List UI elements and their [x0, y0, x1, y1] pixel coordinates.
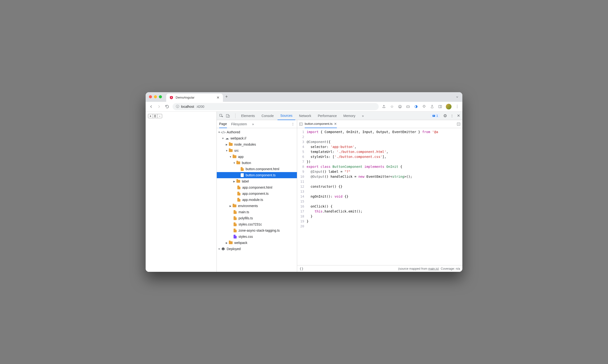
bookmark-icon[interactable]: ☆: [389, 104, 394, 109]
tabs-overflow-button[interactable]: [455, 95, 459, 99]
new-tab-button[interactable]: +: [225, 94, 228, 99]
tree-label-folder[interactable]: ▶label: [217, 178, 297, 184]
close-tab-button[interactable]: ✕: [217, 95, 220, 100]
tab-sources[interactable]: Sources: [278, 112, 295, 120]
editor-statusbar: {} (source mapped from main.js) Coverage…: [297, 265, 462, 272]
extensions-button[interactable]: [422, 104, 427, 109]
close-file-tab-icon[interactable]: ✕: [334, 122, 337, 126]
url-host: localhost: [181, 105, 194, 108]
folder-icon: [236, 179, 240, 183]
file-icon: [233, 210, 237, 214]
maximize-window-button[interactable]: [159, 95, 162, 98]
tree-main-ts[interactable]: main.ts: [217, 209, 297, 215]
tree-app-html[interactable]: app.component.html: [217, 184, 297, 191]
devtools-menu-icon[interactable]: ⋮: [450, 114, 454, 118]
browser-tab[interactable]: DemoAngular ✕: [166, 94, 223, 102]
file-icon: [233, 216, 237, 220]
status-text: (source mapped from main.js) Coverage: n…: [398, 267, 460, 270]
pretty-print-icon[interactable]: {}: [299, 267, 304, 271]
folder-icon: [229, 148, 233, 153]
tree-app-module[interactable]: app.module.ts: [217, 197, 297, 203]
tree-src[interactable]: ▼src: [217, 147, 297, 154]
editor-tab-name: button.component.ts: [305, 122, 333, 126]
svg-point-4: [407, 107, 408, 107]
devtools-tabbar: Elements Console Sources Network Perform…: [217, 112, 462, 120]
browser-titlebar: DemoAngular ✕ +: [146, 92, 462, 102]
code-editor[interactable]: 1import { Component, OnInit, Input, Outp…: [297, 128, 462, 265]
file-icon: [237, 198, 241, 202]
back-button[interactable]: [148, 104, 154, 109]
tabs-overflow[interactable]: »: [359, 112, 367, 120]
tree-webpack-folder[interactable]: ▶webpack: [217, 240, 297, 246]
toggle-navigator-icon[interactable]: [299, 122, 303, 126]
tree-environments[interactable]: ▶environments: [217, 203, 297, 209]
side-panel-icon[interactable]: [438, 104, 442, 109]
svg-rect-13: [299, 123, 302, 125]
subtabs-overflow[interactable]: »: [252, 122, 254, 126]
inspect-element-icon[interactable]: [219, 114, 223, 118]
issues-count: 1: [436, 114, 438, 117]
extension-icon-2[interactable]: [406, 104, 410, 109]
subtab-page[interactable]: Page: [219, 120, 227, 128]
counter-widget: + 0 -: [148, 114, 162, 118]
coverage-text: Coverage: n/a: [441, 267, 460, 270]
issues-badge[interactable]: 1: [430, 114, 440, 118]
extension-icon-1[interactable]: [398, 104, 402, 109]
decrement-button[interactable]: -: [157, 114, 162, 118]
tab-console[interactable]: Console: [259, 112, 276, 120]
cloud-icon: ☁: [225, 136, 229, 140]
svg-point-0: [399, 105, 401, 108]
tree-app-ts[interactable]: app.component.ts: [217, 191, 297, 197]
address-bar[interactable]: ⓘ localhost:4200: [173, 103, 379, 110]
tab-performance[interactable]: Performance: [315, 112, 339, 120]
tree-button-html[interactable]: button.component.html: [217, 166, 297, 172]
tree-zone[interactable]: zone-async-stack-tagging.ts: [217, 227, 297, 234]
folder-icon: [232, 155, 237, 159]
file-icon: [237, 192, 241, 196]
close-devtools-icon[interactable]: ✕: [457, 114, 460, 118]
folder-icon: [229, 241, 233, 245]
tree-node-modules[interactable]: ▶node_modules: [217, 141, 297, 147]
extension-icon-3[interactable]: [414, 104, 418, 109]
toggle-debugger-icon[interactable]: [457, 122, 461, 126]
profile-avatar[interactable]: [446, 104, 452, 109]
minimize-window-button[interactable]: [154, 95, 157, 98]
tree-polyfills[interactable]: polyfills.ts: [217, 215, 297, 221]
navigator-menu[interactable]: ⋮: [291, 122, 295, 126]
devtools-panel: Elements Console Sources Network Perform…: [217, 112, 462, 272]
increment-button[interactable]: +: [148, 114, 153, 118]
editor-tab[interactable]: button.component.ts ✕: [305, 120, 337, 128]
tree-authored[interactable]: ▼</>Authored: [217, 129, 297, 135]
folder-icon: [232, 204, 237, 208]
counter-value: 0: [153, 114, 157, 118]
tree-button-folder[interactable]: ▼button: [217, 160, 297, 166]
source-map-link[interactable]: main.js: [428, 267, 438, 270]
editor-tabs: button.component.ts ✕: [297, 120, 462, 128]
toolbar-actions: ☆ ⋮: [382, 104, 460, 109]
labs-icon[interactable]: [430, 104, 435, 109]
site-info-icon[interactable]: ⓘ: [176, 104, 179, 109]
angular-icon: [169, 96, 173, 100]
sources-panel: Page Filesystem » ⋮ ▼</>Authored ▼☁webpa…: [217, 120, 462, 272]
tree-button-ts[interactable]: button.component.ts: [217, 172, 297, 178]
tab-network[interactable]: Network: [296, 112, 314, 120]
file-icon: [233, 234, 237, 239]
tab-elements[interactable]: Elements: [238, 112, 258, 120]
forward-button[interactable]: [156, 104, 162, 109]
browser-menu-button[interactable]: ⋮: [455, 104, 460, 109]
tree-styles-q[interactable]: styles.css?231c: [217, 221, 297, 227]
tree-app[interactable]: ▼app: [217, 154, 297, 160]
navigator-tabs: Page Filesystem » ⋮: [217, 120, 297, 128]
tab-memory[interactable]: Memory: [341, 112, 358, 120]
settings-icon[interactable]: ⚙: [443, 113, 447, 118]
page-viewport: + 0 -: [146, 112, 217, 272]
subtab-filesystem[interactable]: Filesystem: [231, 122, 247, 126]
tree-styles-css[interactable]: styles.css: [217, 234, 297, 240]
device-toolbar-icon[interactable]: [226, 114, 230, 118]
share-icon[interactable]: [382, 104, 386, 109]
reload-button[interactable]: [165, 104, 170, 109]
tree-deployed[interactable]: ▼Deployed: [217, 246, 297, 252]
file-icon: [237, 185, 241, 190]
tree-webpack-origin[interactable]: ▼☁webpack://: [217, 135, 297, 141]
close-window-button[interactable]: [149, 95, 152, 98]
